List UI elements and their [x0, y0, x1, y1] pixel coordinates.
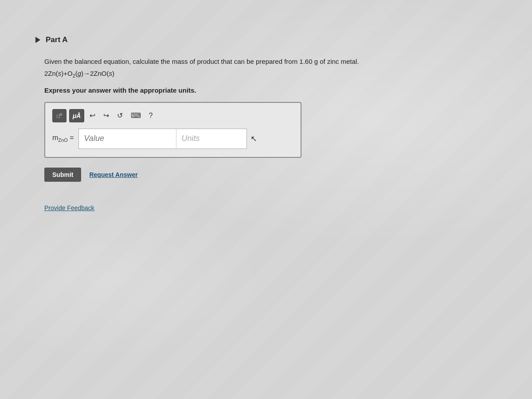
redo-button[interactable]: ↪ — [101, 110, 112, 121]
question-text: Given the balanced equation, calculate t… — [35, 57, 497, 67]
variable-label: mZnO = — [52, 134, 74, 143]
action-row: Submit Request Answer — [44, 168, 497, 182]
request-answer-button[interactable]: Request Answer — [89, 171, 137, 178]
instruction-text: Express your answer with the appropriate… — [35, 86, 497, 94]
undo-button[interactable]: ↩ — [87, 110, 98, 121]
refresh-icon: ↺ — [117, 111, 123, 120]
content-area: Part A Given the balanced equation, calc… — [0, 0, 532, 230]
units-dropdown[interactable]: Units — [176, 129, 247, 149]
keyboard-button[interactable]: ⌨ — [128, 110, 144, 121]
collapse-triangle-icon[interactable] — [35, 37, 40, 43]
refresh-button[interactable]: ↺ — [114, 110, 125, 121]
superscript-icon: □n — [57, 112, 62, 119]
part-header: Part A — [35, 35, 497, 44]
answer-box: □n μÅ ↩ ↪ ↺ ⌨ ? — [44, 102, 301, 158]
submit-button[interactable]: Submit — [44, 168, 81, 182]
help-icon: ? — [149, 112, 153, 120]
part-title: Part A — [46, 35, 67, 44]
page-container: Part A Given the balanced equation, calc… — [0, 0, 532, 399]
mu-angstrom-button[interactable]: μÅ — [69, 109, 84, 122]
undo-icon: ↩ — [90, 111, 95, 120]
equation-text: 2Zn(s)+O2(g)→2ZnO(s) — [35, 70, 497, 78]
cursor-arrow-icon: ↖ — [250, 134, 257, 144]
help-button[interactable]: ? — [146, 111, 156, 121]
answer-toolbar: □n μÅ ↩ ↪ ↺ ⌨ ? — [52, 109, 293, 122]
units-label: Units — [182, 134, 200, 143]
value-input[interactable] — [78, 129, 176, 149]
redo-icon: ↪ — [103, 111, 109, 120]
superscript-button[interactable]: □n — [52, 109, 66, 122]
keyboard-icon: ⌨ — [131, 111, 141, 120]
mu-angstrom-label: μÅ — [73, 112, 81, 119]
provide-feedback-button[interactable]: Provide Feedback — [35, 204, 94, 211]
input-row: mZnO = Units ↖ — [52, 129, 293, 149]
